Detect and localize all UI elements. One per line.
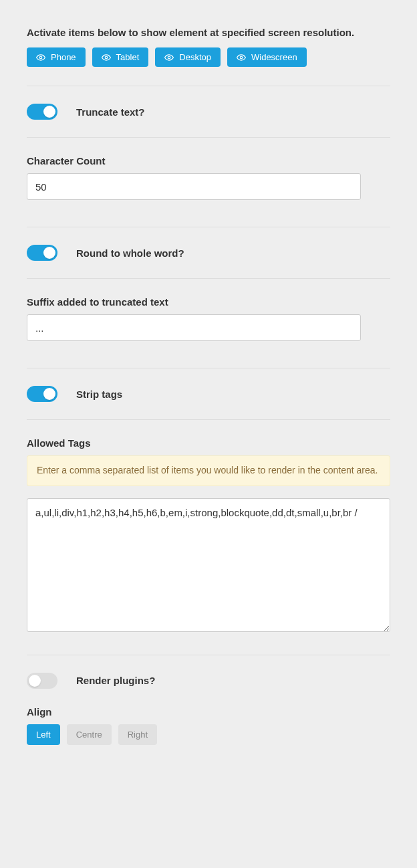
round-word-label: Round to whole word? xyxy=(76,247,184,259)
device-widescreen-label: Widescreen xyxy=(251,52,297,62)
character-count-section: Character Count xyxy=(27,138,390,227)
truncate-toggle[interactable] xyxy=(27,104,57,120)
render-plugins-section: Render plugins? xyxy=(27,655,390,706)
round-word-toggle[interactable] xyxy=(27,245,57,261)
intro-text: Activate items below to show element at … xyxy=(27,27,390,38)
align-options: Left Centre Right xyxy=(27,724,390,745)
device-phone-button[interactable]: Phone xyxy=(27,47,86,67)
align-label: Align xyxy=(27,706,390,718)
device-phone-label: Phone xyxy=(51,52,76,62)
device-tablet-button[interactable]: Tablet xyxy=(92,47,149,67)
align-centre-button[interactable]: Centre xyxy=(67,724,112,745)
strip-tags-label: Strip tags xyxy=(76,389,122,400)
eye-icon xyxy=(102,53,111,62)
allowed-tags-hint: Enter a comma separated list of items yo… xyxy=(27,455,390,486)
truncate-toggle-row: Truncate text? xyxy=(27,104,390,120)
render-plugins-label: Render plugins? xyxy=(76,675,155,686)
svg-point-1 xyxy=(105,56,108,59)
render-plugins-toggle[interactable] xyxy=(27,673,57,689)
render-plugins-toggle-row: Render plugins? xyxy=(27,673,390,689)
truncate-section: Truncate text? xyxy=(27,86,390,137)
device-desktop-button[interactable]: Desktop xyxy=(155,47,221,67)
allowed-tags-textarea[interactable] xyxy=(27,498,390,632)
round-word-toggle-row: Round to whole word? xyxy=(27,245,390,261)
align-right-button[interactable]: Right xyxy=(118,724,157,745)
device-desktop-label: Desktop xyxy=(179,52,211,62)
align-left-button[interactable]: Left xyxy=(27,724,60,745)
suffix-label: Suffix added to truncated text xyxy=(27,296,390,308)
settings-panel: Activate items below to show element at … xyxy=(8,8,409,764)
svg-point-3 xyxy=(240,56,243,59)
strip-tags-toggle-row: Strip tags xyxy=(27,386,390,402)
suffix-section: Suffix added to truncated text xyxy=(27,279,390,368)
svg-point-2 xyxy=(168,56,171,59)
device-widescreen-button[interactable]: Widescreen xyxy=(227,47,307,67)
strip-tags-section: Strip tags xyxy=(27,368,390,419)
suffix-input[interactable] xyxy=(27,314,361,341)
align-section: Align Left Centre Right xyxy=(27,706,390,745)
character-count-label: Character Count xyxy=(27,155,390,167)
device-tablet-label: Tablet xyxy=(116,52,140,62)
allowed-tags-label: Allowed Tags xyxy=(27,437,390,449)
device-button-row: Phone Tablet Desktop Widescreen xyxy=(27,47,390,67)
eye-icon xyxy=(164,53,174,62)
svg-point-0 xyxy=(39,56,42,59)
round-word-section: Round to whole word? xyxy=(27,227,390,278)
strip-tags-toggle[interactable] xyxy=(27,386,57,402)
allowed-tags-section: Allowed Tags Enter a comma separated lis… xyxy=(27,420,390,655)
eye-icon xyxy=(36,53,45,62)
truncate-label: Truncate text? xyxy=(76,106,145,118)
character-count-input[interactable] xyxy=(27,173,361,200)
eye-icon xyxy=(237,53,246,62)
